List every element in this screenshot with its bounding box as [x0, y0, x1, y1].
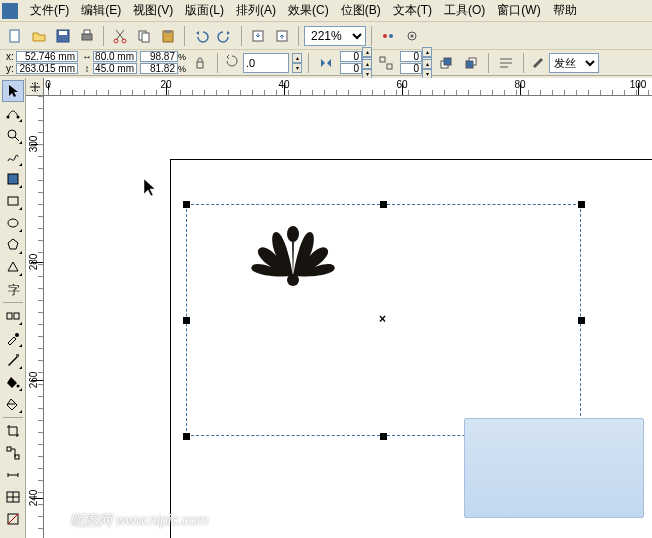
svg-point-13: [383, 34, 387, 38]
new-button[interactable]: [4, 25, 26, 47]
menu-bitmaps[interactable]: 位图(B): [335, 0, 387, 21]
selection-handle-tr[interactable]: [578, 201, 585, 208]
tool-separator: [3, 417, 23, 418]
ungroup-button[interactable]: [375, 52, 397, 74]
smart-fill-tool[interactable]: [2, 168, 24, 190]
svg-point-26: [8, 130, 16, 138]
selection-handle-ml[interactable]: [183, 317, 190, 324]
nudge-x[interactable]: [400, 51, 422, 62]
redo-button[interactable]: [214, 25, 236, 47]
mouse-cursor-icon: [142, 178, 158, 198]
width-input[interactable]: [93, 51, 137, 62]
to-front-button[interactable]: [435, 52, 457, 74]
menu-arrange[interactable]: 排列(A): [230, 0, 282, 21]
scale-y-input[interactable]: [140, 63, 178, 74]
crop-tool[interactable]: [2, 420, 24, 442]
svg-point-29: [8, 219, 18, 227]
to-back-button[interactable]: [460, 52, 482, 74]
nudge-y[interactable]: [400, 63, 422, 74]
zoom-level-select[interactable]: 221%: [304, 26, 366, 46]
interactive-blend-tool[interactable]: [2, 305, 24, 327]
fill-tool[interactable]: [2, 371, 24, 393]
table-tool[interactable]: [2, 486, 24, 508]
svg-point-41: [287, 226, 299, 242]
drawing-canvas[interactable]: ×: [44, 96, 652, 538]
svg-rect-31: [7, 313, 12, 319]
dup-offset-x[interactable]: [340, 51, 362, 62]
lock-ratio-button[interactable]: [189, 52, 211, 74]
menu-window[interactable]: 窗口(W): [491, 0, 546, 21]
app-logo-icon: [2, 3, 18, 19]
menu-edit[interactable]: 编辑(E): [75, 0, 127, 21]
outline-pen-icon: [530, 53, 546, 72]
selection-handle-bl[interactable]: [183, 433, 190, 440]
rotation-spinner[interactable]: ▴▾: [292, 53, 302, 73]
svg-rect-32: [14, 313, 19, 319]
undo-button[interactable]: [190, 25, 212, 47]
options-button[interactable]: [401, 25, 423, 47]
snap-button[interactable]: [377, 25, 399, 47]
vertical-ruler[interactable]: 300 280 260 240: [26, 96, 44, 538]
export-button[interactable]: [271, 25, 293, 47]
no-fill-tool[interactable]: [2, 508, 24, 530]
toolbar-separator: [308, 53, 309, 73]
print-button[interactable]: [76, 25, 98, 47]
connector-tool[interactable]: [2, 442, 24, 464]
svg-rect-21: [444, 58, 451, 65]
outline-tool[interactable]: [2, 349, 24, 371]
width-icon: ↔: [81, 51, 93, 62]
pick-tool[interactable]: [2, 80, 24, 102]
polygon-tool[interactable]: [2, 234, 24, 256]
ellipse-tool[interactable]: [2, 212, 24, 234]
import-button[interactable]: [247, 25, 269, 47]
ruler-origin[interactable]: [26, 78, 44, 96]
shape-tool[interactable]: [2, 102, 24, 124]
zoom-tool[interactable]: [2, 124, 24, 146]
y-position-input[interactable]: [16, 63, 78, 74]
cut-button[interactable]: [109, 25, 131, 47]
rectangle-tool[interactable]: [2, 190, 24, 212]
menu-tools[interactable]: 工具(O): [438, 0, 491, 21]
selection-handle-mr[interactable]: [578, 317, 585, 324]
toolbar-separator: [371, 26, 372, 46]
svg-point-14: [389, 34, 393, 38]
floating-panel[interactable]: [464, 418, 644, 518]
dup-offset-y[interactable]: [340, 63, 362, 74]
save-button[interactable]: [52, 25, 74, 47]
open-button[interactable]: [28, 25, 50, 47]
svg-rect-36: [7, 447, 11, 451]
menu-help[interactable]: 帮助: [547, 0, 583, 21]
copy-button[interactable]: [133, 25, 155, 47]
selection-handle-tm[interactable]: [380, 201, 387, 208]
outline-width-select[interactable]: 发丝: [549, 53, 599, 73]
rotation-icon: [224, 53, 240, 72]
height-icon: ↕: [81, 63, 93, 74]
menu-layout[interactable]: 版面(L): [179, 0, 230, 21]
basic-shapes-tool[interactable]: [2, 256, 24, 278]
svg-point-16: [411, 34, 414, 37]
menu-effects[interactable]: 效果(C): [282, 0, 335, 21]
freehand-tool[interactable]: [2, 146, 24, 168]
eyedropper-tool[interactable]: [2, 327, 24, 349]
dimension-tool[interactable]: [2, 464, 24, 486]
svg-point-33: [15, 333, 19, 337]
text-tool[interactable]: 字: [2, 278, 24, 300]
fan-ornament-shape[interactable]: [248, 224, 338, 289]
toolbox: 字: [0, 78, 26, 538]
x-position-input[interactable]: [16, 51, 78, 62]
rotation-input[interactable]: [243, 53, 289, 73]
mirror-h-button[interactable]: [315, 52, 337, 74]
height-input[interactable]: [93, 63, 137, 74]
menu-file[interactable]: 文件(F): [24, 0, 75, 21]
wrap-text-button[interactable]: [495, 52, 517, 74]
interactive-fill-tool[interactable]: [2, 393, 24, 415]
scale-x-input[interactable]: [140, 51, 178, 62]
menu-view[interactable]: 视图(V): [127, 0, 179, 21]
horizontal-ruler[interactable]: 0 20 40 60 80 100: [26, 78, 652, 96]
menu-text[interactable]: 文本(T): [387, 0, 438, 21]
paste-button[interactable]: [157, 25, 179, 47]
selection-handle-tl[interactable]: [183, 201, 190, 208]
selection-handle-bm[interactable]: [380, 433, 387, 440]
toolbar-separator: [488, 53, 489, 73]
svg-rect-8: [142, 33, 149, 42]
